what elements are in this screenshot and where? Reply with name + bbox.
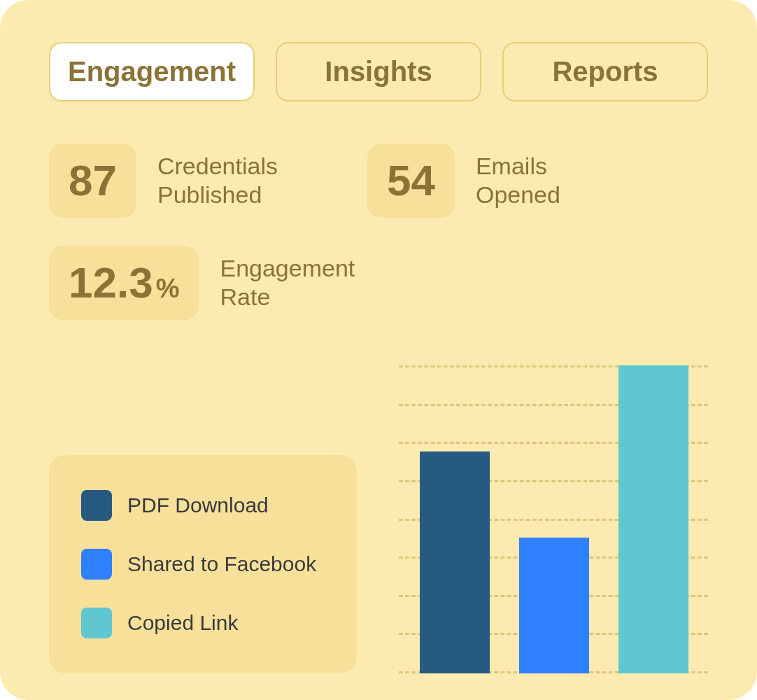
bar-chart <box>399 365 708 673</box>
stat-value-box: 12.3 % <box>49 246 199 320</box>
tab-reports[interactable]: Reports <box>502 42 708 102</box>
tab-label: Reports <box>552 56 658 87</box>
legend-item: PDF Download <box>81 490 325 521</box>
legend-swatch <box>81 490 112 521</box>
legend-label: Shared to Facebook <box>127 552 316 576</box>
stat-value: 54 <box>387 159 435 202</box>
legend-swatch <box>81 608 112 638</box>
stat-emails: 54 Emails Opened <box>367 144 630 218</box>
stat-value-box: 87 <box>49 144 136 218</box>
tab-engagement[interactable]: Engagement <box>49 42 255 102</box>
tab-insights[interactable]: Insights <box>276 42 481 102</box>
stat-credentials: 87 Credentials Published <box>49 144 311 218</box>
tab-label: Engagement <box>68 56 236 87</box>
chart-bar <box>420 451 490 673</box>
stat-label: Credentials Published <box>157 152 311 209</box>
stat-label: Emails Opened <box>476 152 630 209</box>
chart-legend: PDF Download Shared to Facebook Copied L… <box>49 455 357 673</box>
tabs: Engagement Insights Reports <box>49 42 708 102</box>
legend-label: PDF Download <box>127 493 269 517</box>
stat-value: 87 <box>69 159 117 202</box>
chart-bar <box>519 538 589 673</box>
stat-suffix: % <box>156 275 180 302</box>
dashboard-card: Engagement Insights Reports 87 Credentia… <box>0 0 757 700</box>
legend-item: Shared to Facebook <box>81 549 325 580</box>
bottom-row: PDF Download Shared to Facebook Copied L… <box>49 365 708 673</box>
legend-label: Copied Link <box>127 611 238 635</box>
legend-swatch <box>81 549 112 580</box>
stat-label: Engagement Rate <box>220 254 374 312</box>
stat-value-box: 54 <box>367 144 455 218</box>
legend-item: Copied Link <box>81 608 325 638</box>
stat-engagement-rate: 12.3 % Engagement Rate <box>49 246 708 320</box>
stat-value: 12.3 <box>69 261 153 304</box>
chart-bar <box>618 365 688 673</box>
tab-label: Insights <box>325 56 432 87</box>
stats: 87 Credentials Published 54 Emails Opene… <box>49 144 708 320</box>
chart-bars <box>420 365 701 673</box>
